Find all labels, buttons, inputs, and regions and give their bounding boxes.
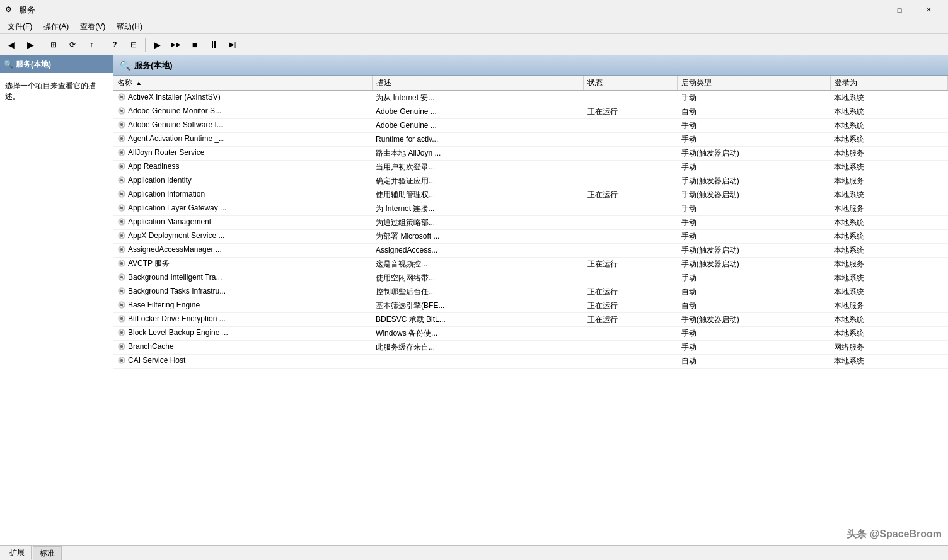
- service-name-cell: Application Management: [113, 215, 372, 229]
- menu-help[interactable]: 帮助(H): [112, 20, 147, 33]
- service-name-cell: AllJoyn Router Service: [113, 146, 372, 160]
- table-row[interactable]: Application Information使用辅助管理权...正在运行手动(…: [113, 188, 948, 202]
- service-name-cell: ActiveX Installer (AxInstSV): [113, 91, 372, 105]
- table-row[interactable]: Agent Activation Runtime _...Runtime for…: [113, 132, 948, 146]
- table-row[interactable]: Application Identity确定并验证应用...手动(触发器启动)本…: [113, 174, 948, 188]
- table-row[interactable]: Base Filtering Engine基本筛选引擎(BFE...正在运行自动…: [113, 299, 948, 312]
- col-header-status[interactable]: 状态: [584, 76, 678, 91]
- minimize-button[interactable]: —: [856, 0, 885, 20]
- gear-icon: [117, 287, 126, 295]
- col-header-startup[interactable]: 启动类型: [678, 76, 830, 91]
- svg-point-14: [120, 289, 123, 292]
- close-button[interactable]: ✕: [914, 0, 943, 20]
- table-row[interactable]: Block Level Backup Engine ...Windows 备份使…: [113, 326, 948, 340]
- back-button[interactable]: ◀: [3, 37, 20, 53]
- play-item-button[interactable]: ▶▶: [167, 37, 185, 53]
- svg-point-5: [120, 164, 123, 167]
- table-row[interactable]: Background Tasks Infrastru...控制哪些后台任...正…: [113, 285, 948, 299]
- svg-point-6: [120, 178, 123, 181]
- service-name: Application Information: [128, 190, 205, 198]
- title-bar: ⚙ 服务 — □ ✕: [0, 0, 948, 20]
- table-row[interactable]: Adobe Genuine Monitor S...Adobe Genuine …: [113, 105, 948, 118]
- service-desc: 控制哪些后台任...: [372, 285, 584, 299]
- service-name: AllJoyn Router Service: [128, 148, 204, 157]
- services-table[interactable]: 名称 ▲ 描述 状态 启动类型 登录为 ActiveX Installer (A…: [113, 76, 948, 545]
- svg-point-4: [120, 151, 123, 153]
- service-status: [584, 118, 678, 132]
- service-name-cell: Background Tasks Infrastru...: [113, 285, 372, 299]
- table-row[interactable]: AllJoyn Router Service路由本地 AllJoyn ...手动…: [113, 146, 948, 160]
- service-desc: BDESVC 承载 BitL...: [372, 312, 584, 326]
- table-row[interactable]: Application Management为通过组策略部...手动本地系统: [113, 215, 948, 229]
- menu-file[interactable]: 文件(F): [3, 20, 37, 33]
- resume-button[interactable]: ▶|: [224, 37, 241, 53]
- menu-view[interactable]: 查看(V): [75, 20, 110, 33]
- table-row[interactable]: BranchCache此服务缓存来自...手动网络服务: [113, 340, 948, 354]
- gear-icon: [117, 314, 126, 323]
- service-status: [584, 243, 678, 257]
- service-name: Adobe Genuine Monitor S...: [128, 106, 221, 115]
- service-startup: 手动: [678, 160, 830, 174]
- service-desc: 基本筛选引擎(BFE...: [372, 299, 584, 312]
- tab-expand[interactable]: 扩展: [3, 546, 32, 560]
- service-name-cell: Application Information: [113, 188, 372, 202]
- pause-button[interactable]: ⏸: [205, 37, 223, 53]
- list-button[interactable]: ⊟: [125, 37, 142, 53]
- service-name: Background Tasks Infrastru...: [128, 287, 226, 295]
- service-name-cell: AVCTP 服务: [113, 257, 372, 271]
- svg-point-15: [120, 303, 123, 306]
- export-button[interactable]: ↑: [83, 37, 100, 53]
- service-startup: 自动: [678, 105, 830, 118]
- gear-icon: [117, 106, 126, 115]
- service-name: Adobe Genuine Software I...: [128, 120, 223, 129]
- table-header-row: 名称 ▲ 描述 状态 启动类型 登录为: [113, 76, 948, 91]
- menu-action[interactable]: 操作(A): [38, 20, 74, 33]
- service-status: 正在运行: [584, 257, 678, 271]
- service-name-cell: AppX Deployment Service ...: [113, 229, 372, 243]
- app-icon: ⚙: [5, 5, 15, 15]
- help-button[interactable]: ?: [106, 37, 124, 53]
- service-login: 本地服务: [830, 174, 947, 188]
- service-startup: 手动(触发器启动): [678, 312, 830, 326]
- main-layout: 🔍 服务(本地) 选择一个项目来查看它的描述。 🔍 服务(本地) 名称 ▲ 描述…: [0, 55, 948, 545]
- refresh-button[interactable]: ⟳: [64, 37, 81, 53]
- service-name: BitLocker Drive Encryption ...: [128, 314, 226, 323]
- table-row[interactable]: BitLocker Drive Encryption ...BDESVC 承载 …: [113, 312, 948, 326]
- service-name-cell: BitLocker Drive Encryption ...: [113, 312, 372, 326]
- service-login: 本地系统: [830, 285, 947, 299]
- table-row[interactable]: CAI Service Host自动本地系统: [113, 354, 948, 368]
- service-name-cell: Background Intelligent Tra...: [113, 271, 372, 285]
- table-row[interactable]: AppX Deployment Service ...为部署 Microsoft…: [113, 229, 948, 243]
- service-status: 正在运行: [584, 312, 678, 326]
- tab-standard[interactable]: 标准: [33, 546, 62, 560]
- col-header-login[interactable]: 登录为: [830, 76, 947, 91]
- service-login: 本地服务: [830, 202, 947, 215]
- table-row[interactable]: Application Layer Gateway ...为 Internet …: [113, 202, 948, 215]
- table-row[interactable]: AssignedAccessManager ...AssignedAccess.…: [113, 243, 948, 257]
- service-name: AppX Deployment Service ...: [128, 231, 224, 240]
- forward-button[interactable]: ▶: [21, 37, 39, 53]
- col-header-name[interactable]: 名称 ▲: [113, 76, 372, 91]
- play-button[interactable]: ▶: [148, 37, 166, 53]
- gear-icon: [117, 245, 126, 254]
- left-pane-title: 服务(本地): [16, 59, 51, 70]
- service-login: 本地系统: [830, 118, 947, 132]
- stop-button[interactable]: ■: [186, 37, 204, 53]
- left-pane-header: 🔍 服务(本地): [0, 55, 113, 73]
- service-status: 正在运行: [584, 105, 678, 118]
- maximize-button[interactable]: □: [885, 0, 914, 20]
- table-row[interactable]: AVCTP 服务这是音视频控...正在运行手动(触发器启动)本地服务: [113, 257, 948, 271]
- table-row[interactable]: App Readiness当用户初次登录...手动本地系统: [113, 160, 948, 174]
- table-row[interactable]: Background Intelligent Tra...使用空闲网络带...手…: [113, 271, 948, 285]
- up-button[interactable]: ⊞: [45, 37, 62, 53]
- col-header-desc[interactable]: 描述: [372, 76, 584, 91]
- service-startup: 手动(触发器启动): [678, 257, 830, 271]
- service-desc: 为 Internet 连接...: [372, 202, 584, 215]
- right-pane: 🔍 服务(本地) 名称 ▲ 描述 状态 启动类型 登录为 A: [113, 55, 948, 545]
- table-row[interactable]: Adobe Genuine Software I...Adobe Genuine…: [113, 118, 948, 132]
- table-row[interactable]: ActiveX Installer (AxInstSV)为从 Internet …: [113, 91, 948, 105]
- service-login: 本地系统: [830, 105, 947, 118]
- gear-icon: [117, 356, 126, 365]
- svg-point-9: [120, 220, 123, 222]
- service-desc: 为通过组策略部...: [372, 215, 584, 229]
